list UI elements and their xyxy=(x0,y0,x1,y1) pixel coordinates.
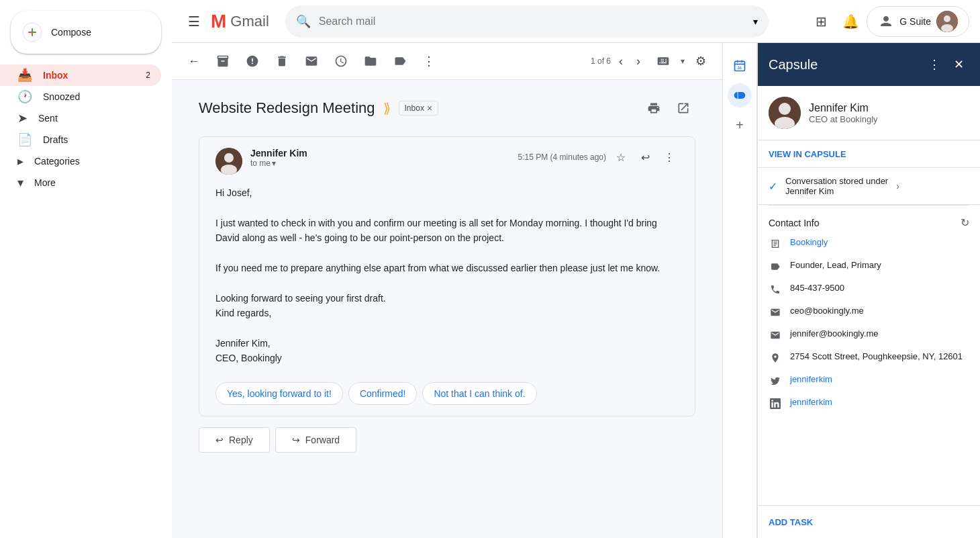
keyboard-dropdown-icon: ▾ xyxy=(681,56,685,66)
forward-button[interactable]: ↪ Forward xyxy=(275,427,356,453)
strip-plus-icon[interactable]: + xyxy=(728,113,752,137)
smart-reply-1[interactable]: Yes, looking forward to it! xyxy=(215,382,343,405)
delete-button[interactable] xyxy=(270,49,294,73)
capsule-header-actions: ⋮ ✕ xyxy=(923,52,969,77)
view-in-capsule-link[interactable]: VIEW IN CAPSULE xyxy=(769,149,846,159)
user-avatar xyxy=(936,11,958,32)
contact-info-section: Contact Info ↻ Bookingly Founder, Lead, … xyxy=(758,206,980,505)
checkmark-icon: ✓ xyxy=(769,180,777,193)
mark-unread-button[interactable] xyxy=(299,49,324,73)
pagination-text: 1 of 6 xyxy=(591,56,611,66)
smart-replies: Yes, looking forward to it! Confirmed! N… xyxy=(215,382,679,405)
contact-info-email2: jennifer@bookingly.me xyxy=(769,328,969,343)
snoozed-label: Snoozed xyxy=(43,91,80,102)
add-task-section: ADD TASK xyxy=(758,505,980,538)
linkedin-value[interactable]: jenniferkim xyxy=(790,397,832,407)
search-bar[interactable]: 🔍 ▾ xyxy=(285,5,769,38)
compose-label: Compose xyxy=(51,27,91,38)
sender-to-chevron[interactable]: ▾ xyxy=(272,159,276,168)
svg-text:31: 31 xyxy=(738,66,742,70)
compose-button[interactable]: Compose xyxy=(11,11,161,54)
search-input[interactable] xyxy=(319,15,745,28)
forward-icon: ⟫ xyxy=(383,100,391,116)
compose-icon xyxy=(21,21,43,43)
reply-icon: ↩ xyxy=(215,435,224,445)
prev-email-button[interactable]: ‹ xyxy=(614,49,628,74)
search-dropdown-icon[interactable]: ▾ xyxy=(753,16,758,27)
gmail-logo: M Gmail xyxy=(211,11,269,32)
contact-info-tags: Founder, Lead, Primary xyxy=(769,260,969,275)
email2-icon xyxy=(769,330,782,343)
refresh-button[interactable]: ↻ xyxy=(961,216,969,229)
email-area: ← xyxy=(172,43,722,538)
add-task-link[interactable]: ADD TASK xyxy=(769,517,813,527)
categories-icon: ▸ xyxy=(17,154,23,169)
capsule-header: Capsule ⋮ ✕ xyxy=(758,43,980,86)
star-button[interactable]: ☆ xyxy=(611,148,630,167)
phone-icon xyxy=(769,284,782,298)
message-time: 5:15 PM (4 minutes ago) ☆ ↩ ⋮ xyxy=(518,148,679,167)
smart-reply-3[interactable]: Not that I can think of. xyxy=(422,382,536,405)
strip-capsule-icon[interactable] xyxy=(728,83,752,107)
contact-info-address: 2754 Scott Street, Poughkeepsie, NY, 126… xyxy=(769,351,969,366)
sidebar-item-drafts[interactable]: 📄 Drafts xyxy=(0,129,161,150)
conversation-stored-name: Jennifer Kim xyxy=(785,186,888,196)
capsule-title: Capsule xyxy=(769,57,923,73)
reply-section: ↩ Reply ↪ Forward xyxy=(199,427,695,453)
capsule-more-button[interactable]: ⋮ xyxy=(923,52,946,77)
email-subject-row: Website Redesign Meeting ⟫ Inbox × xyxy=(199,96,695,120)
move-button[interactable] xyxy=(358,49,383,73)
spam-button[interactable] xyxy=(240,49,264,73)
sidebar-item-categories[interactable]: ▸ Categories xyxy=(0,150,161,172)
settings-button[interactable]: ⚙ xyxy=(690,48,712,74)
sidebar-item-sent[interactable]: ➤ Sent xyxy=(0,107,161,129)
hamburger-menu-button[interactable]: ☰ xyxy=(183,8,205,35)
conversation-stored-text: Conversation stored under Jennifer Kim xyxy=(785,176,888,196)
sender-name: Jennifer Kim xyxy=(250,148,518,159)
conversation-arrow-icon: › xyxy=(896,181,899,191)
sidebar-item-snoozed[interactable]: 🕐 Snoozed xyxy=(0,86,161,107)
reply-button[interactable]: ↩ Reply xyxy=(199,427,270,453)
gmail-m-logo: M xyxy=(211,11,226,32)
capsule-close-button[interactable]: ✕ xyxy=(948,52,969,77)
snoozed-icon: 🕐 xyxy=(17,89,32,104)
twitter-value[interactable]: jenniferkim xyxy=(790,374,832,384)
contact-info-title: Contact Info xyxy=(769,218,961,228)
keyboard-shortcuts-button[interactable] xyxy=(651,49,675,73)
more-icon: ▾ xyxy=(17,175,23,190)
back-button[interactable]: ← xyxy=(183,49,205,74)
email-thread: Website Redesign Meeting ⟫ Inbox × xyxy=(172,80,722,538)
smart-reply-2[interactable]: Confirmed! xyxy=(348,382,417,405)
sidebar-item-more[interactable]: ▾ More xyxy=(0,172,161,193)
snooze-button[interactable] xyxy=(329,49,353,73)
next-email-button[interactable]: › xyxy=(631,49,646,74)
apps-button[interactable]: ⊞ xyxy=(807,8,834,35)
archive-button[interactable] xyxy=(211,49,235,73)
sidebar-item-inbox[interactable]: 📥 Inbox 2 xyxy=(0,64,161,86)
email2-value: jennifer@bookingly.me xyxy=(790,328,878,339)
inbox-badge: 2 xyxy=(146,71,150,80)
capsule-contact: Jennifer Kim CEO at Bookingly xyxy=(758,86,980,140)
company-value[interactable]: Bookingly xyxy=(790,237,828,247)
message-more-button[interactable]: ⋮ xyxy=(660,148,679,167)
open-in-new-button[interactable] xyxy=(671,96,695,120)
inbox-tag-close[interactable]: × xyxy=(427,103,432,114)
conversation-stored[interactable]: ✓ Conversation stored under Jennifer Kim… xyxy=(758,168,980,205)
notifications-button[interactable]: 🔔 xyxy=(837,8,864,35)
inbox-tag: Inbox × xyxy=(399,101,439,116)
more-actions-button[interactable]: ⋮ xyxy=(418,48,440,74)
message-body: Hi Josef, I just wanted to check in with… xyxy=(215,185,679,366)
print-button[interactable] xyxy=(642,96,666,120)
forward-label: Forward xyxy=(305,435,340,445)
reply-quick-button[interactable]: ↩ xyxy=(636,148,654,167)
gsuite-button[interactable]: G Suite xyxy=(867,6,969,37)
more-label: More xyxy=(34,177,56,188)
svg-point-4 xyxy=(944,15,950,22)
phone-value: 845-437-9500 xyxy=(790,283,844,293)
inbox-icon: 📥 xyxy=(17,68,32,83)
strip-calendar-icon[interactable]: 31 xyxy=(728,54,752,78)
label-button[interactable] xyxy=(388,49,412,73)
building-icon xyxy=(769,238,782,252)
email-subject: Website Redesign Meeting xyxy=(199,99,375,117)
forward-arrow-icon: ↪ xyxy=(292,435,300,445)
